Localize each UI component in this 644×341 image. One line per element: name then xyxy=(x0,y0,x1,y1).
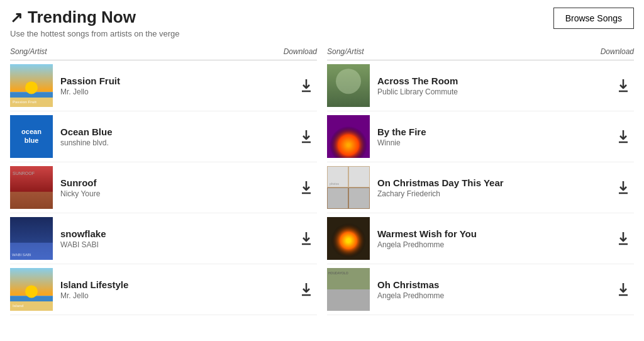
song-artist: Mr. Jello xyxy=(60,291,296,300)
download-button[interactable] xyxy=(613,76,634,95)
song-info: On Christmas Day This Year Zachary Fried… xyxy=(377,177,613,198)
col-download-header-1: Download xyxy=(601,47,634,56)
download-button[interactable] xyxy=(296,229,317,248)
song-title: Oh Christmas xyxy=(377,279,613,290)
download-icon xyxy=(301,282,312,296)
song-artist: Mr. Jello xyxy=(60,87,296,96)
download-icon xyxy=(301,181,312,194)
song-info: By the Fire Winnie xyxy=(377,126,613,147)
album-art xyxy=(10,115,53,158)
download-icon xyxy=(301,130,312,143)
title-section: ↗ Trending Now Use the hottest songs fro… xyxy=(10,8,180,38)
song-title: Across The Room xyxy=(377,75,613,86)
song-info: Ocean Blue sunshine blvd. xyxy=(60,126,296,147)
songs-columns: Song/Artist Download Passion Fruit Mr. J… xyxy=(10,47,634,315)
album-art xyxy=(327,268,370,311)
table-row: snowflake WABI SABI xyxy=(10,213,317,264)
col-download-header-0: Download xyxy=(284,47,317,56)
table-row: Sunroof Nicky Youre xyxy=(10,162,317,213)
download-button[interactable] xyxy=(296,178,317,197)
table-row: On Christmas Day This Year Zachary Fried… xyxy=(327,162,634,213)
download-icon xyxy=(618,130,629,143)
song-title: Island Lifestyle xyxy=(60,279,296,290)
song-artist: Angela Predhomme xyxy=(377,240,613,249)
download-button[interactable] xyxy=(613,178,634,197)
song-info: Oh Christmas Angela Predhomme xyxy=(377,279,613,300)
song-artist: Nicky Youre xyxy=(60,189,296,198)
song-artist: Public Library Commute xyxy=(377,87,613,96)
page-subtitle: Use the hottest songs from artists on th… xyxy=(10,29,180,38)
col-song-header-1: Song/Artist xyxy=(327,47,364,56)
column-0: Song/Artist Download Passion Fruit Mr. J… xyxy=(10,47,317,315)
column-1: Song/Artist Download Across The Room Pub… xyxy=(327,47,634,315)
song-title: Sunroof xyxy=(60,177,296,188)
col-header-1: Song/Artist Download xyxy=(327,47,634,60)
table-row: Warmest Wish for You Angela Predhomme xyxy=(327,213,634,264)
song-info: Island Lifestyle Mr. Jello xyxy=(60,279,296,300)
download-icon xyxy=(618,79,629,92)
download-button[interactable] xyxy=(296,127,317,146)
song-title: On Christmas Day This Year xyxy=(377,177,613,188)
download-icon xyxy=(618,282,629,296)
table-row: Ocean Blue sunshine blvd. xyxy=(10,111,317,162)
album-art xyxy=(10,64,53,107)
song-artist: sunshine blvd. xyxy=(60,138,296,147)
album-art xyxy=(10,166,53,209)
song-info: Warmest Wish for You Angela Predhomme xyxy=(377,228,613,249)
song-info: Across The Room Public Library Commute xyxy=(377,75,613,96)
album-art xyxy=(327,64,370,107)
table-row: By the Fire Winnie xyxy=(327,111,634,162)
song-artist: Winnie xyxy=(377,138,613,147)
song-artist: WABI SABI xyxy=(60,240,296,249)
album-art xyxy=(327,115,370,158)
trending-icon: ↗ xyxy=(10,9,23,26)
browse-songs-button[interactable]: Browse Songs xyxy=(553,8,634,29)
download-icon xyxy=(618,181,629,194)
album-art xyxy=(10,268,53,311)
download-icon xyxy=(301,79,312,92)
table-row: Across The Room Public Library Commute xyxy=(327,60,634,111)
download-button[interactable] xyxy=(613,280,634,299)
song-artist: Zachary Friederich xyxy=(377,189,613,198)
song-title: Warmest Wish for You xyxy=(377,228,613,239)
download-icon xyxy=(618,232,629,245)
download-icon xyxy=(301,232,312,245)
song-title: snowflake xyxy=(60,228,296,239)
song-info: snowflake WABI SABI xyxy=(60,228,296,249)
song-title: Ocean Blue xyxy=(60,126,296,137)
song-artist: Angela Predhomme xyxy=(377,291,613,300)
download-button[interactable] xyxy=(613,127,634,146)
col-song-header-0: Song/Artist xyxy=(10,47,47,56)
col-header-0: Song/Artist Download xyxy=(10,47,317,60)
table-row: Island Lifestyle Mr. Jello xyxy=(10,264,317,315)
page-header: ↗ Trending Now Use the hottest songs fro… xyxy=(10,8,634,38)
song-info: Sunroof Nicky Youre xyxy=(60,177,296,198)
download-button[interactable] xyxy=(613,229,634,248)
album-art xyxy=(327,217,370,260)
page-title: ↗ Trending Now xyxy=(10,8,180,27)
table-row: Passion Fruit Mr. Jello xyxy=(10,60,317,111)
download-button[interactable] xyxy=(296,280,317,299)
album-art xyxy=(10,217,53,260)
song-title: By the Fire xyxy=(377,126,613,137)
song-info: Passion Fruit Mr. Jello xyxy=(60,75,296,96)
album-art xyxy=(327,166,370,209)
table-row: Oh Christmas Angela Predhomme xyxy=(327,264,634,315)
download-button[interactable] xyxy=(296,76,317,95)
song-title: Passion Fruit xyxy=(60,75,296,86)
